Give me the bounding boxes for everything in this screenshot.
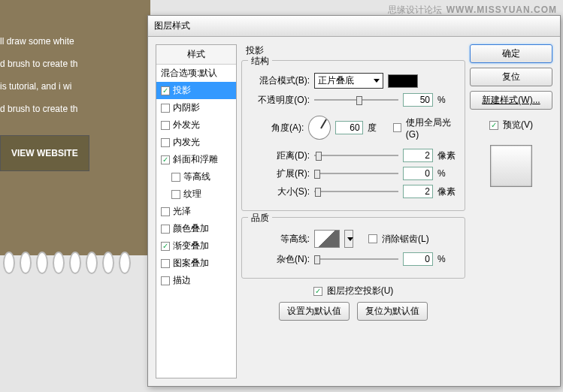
sidebar-item-label: 图案叠加	[173, 257, 209, 270]
set-default-button[interactable]: 设置为默认值	[279, 302, 350, 321]
contour-picker[interactable]	[314, 230, 340, 248]
noise-input[interactable]: 0	[403, 252, 433, 266]
structure-legend: 结构	[248, 55, 272, 68]
spread-input[interactable]: 0	[403, 167, 433, 180]
antialias-checkbox[interactable]	[368, 234, 377, 243]
style-checkbox[interactable]	[171, 190, 180, 199]
preview-checkbox[interactable]	[489, 121, 498, 130]
noise-label: 杂色(N):	[248, 253, 310, 266]
bg-line: is tutorial, and i wi	[0, 75, 150, 98]
chevron-down-icon	[347, 237, 353, 241]
sidebar-item-label: 内发光	[173, 136, 200, 149]
style-checkbox[interactable]	[161, 259, 170, 268]
sidebar-header: 样式	[156, 45, 236, 65]
size-input[interactable]: 2	[403, 185, 433, 198]
style-checkbox[interactable]	[171, 173, 180, 182]
antialias-label: 消除锯齿(L)	[382, 233, 429, 246]
knockout-checkbox[interactable]	[313, 287, 322, 296]
spread-slider[interactable]	[314, 168, 398, 179]
bg-line: d brush to create th	[0, 98, 150, 120]
size-slider[interactable]	[314, 186, 398, 197]
sidebar-item-label: 外发光	[173, 119, 200, 131]
quality-legend: 品质	[248, 212, 272, 225]
contour-dropdown[interactable]	[344, 230, 353, 248]
dialog-title: 图层样式	[154, 20, 190, 32]
distance-slider[interactable]	[314, 150, 398, 161]
sidebar-item[interactable]: 渐变叠加	[156, 237, 236, 255]
sidebar-item[interactable]: 外发光	[156, 116, 236, 134]
view-website-button[interactable]: VIEW WEBSITE	[0, 135, 89, 171]
preview-swatch	[490, 145, 532, 187]
style-checkbox[interactable]	[161, 104, 170, 113]
style-checkbox[interactable]	[161, 225, 170, 234]
quality-group: 品质 等高线: 消除锯齿(L) 杂色(N): 0 %	[241, 217, 465, 279]
sidebar-item-label: 混合选项:默认	[161, 67, 217, 80]
sidebar-item[interactable]: 斜面和浮雕	[156, 151, 236, 168]
size-unit: 像素	[437, 185, 459, 198]
bg-line: ll draw some white	[0, 30, 150, 53]
style-checkbox[interactable]	[161, 276, 170, 285]
sidebar-item-label: 斜面和浮雕	[173, 153, 218, 166]
titlebar[interactable]: 图层样式	[148, 16, 560, 37]
panel-title: 投影	[241, 44, 465, 60]
sidebar-item[interactable]: 描边	[156, 272, 236, 289]
angle-label: 角度(A):	[248, 122, 304, 134]
cancel-button[interactable]: 复位	[470, 68, 552, 86]
distance-input[interactable]: 2	[403, 149, 433, 162]
sidebar-item-label: 光泽	[173, 205, 191, 218]
new-style-button[interactable]: 新建样式(W)...	[470, 91, 552, 110]
layer-style-dialog: 图层样式 样式 混合选项:默认投影内阴影外发光内发光斜面和浮雕等高线纹理光泽颜色…	[147, 15, 561, 387]
sidebar-item-label: 颜色叠加	[173, 222, 209, 235]
opacity-slider[interactable]	[314, 95, 398, 105]
style-checkbox[interactable]	[161, 242, 170, 251]
sidebar-item-label: 描边	[173, 274, 191, 287]
sidebar-item[interactable]: 纹理	[156, 185, 236, 203]
style-checkbox[interactable]	[161, 121, 170, 130]
size-label: 大小(S):	[248, 185, 310, 198]
style-checkbox[interactable]	[161, 86, 170, 95]
global-light-checkbox[interactable]	[393, 123, 401, 132]
watermark: 思缘设计论坛 WWW.MISSYUAN.COM	[388, 4, 557, 17]
sidebar-item-label: 渐变叠加	[173, 240, 209, 252]
sidebar-item[interactable]: 图案叠加	[156, 255, 236, 272]
distance-unit: 像素	[437, 149, 459, 162]
contour-label: 等高线:	[248, 233, 310, 246]
sidebar-item[interactable]: 内发光	[156, 134, 236, 151]
opacity-input[interactable]: 50	[403, 93, 433, 107]
sidebar-item[interactable]: 等高线	[156, 168, 236, 185]
ok-button[interactable]: 确定	[470, 44, 552, 63]
sidebar-item-label: 内阴影	[173, 101, 200, 114]
knockout-label: 图层挖空投影(U)	[327, 285, 394, 297]
angle-input[interactable]: 60	[335, 121, 363, 134]
noise-slider[interactable]	[314, 254, 398, 264]
global-light-label: 使用全局光(G)	[406, 116, 459, 140]
sidebar-item[interactable]: 混合选项:默认	[156, 65, 236, 82]
sidebar-item-label: 纹理	[183, 188, 201, 201]
style-checkbox[interactable]	[161, 155, 170, 164]
chevron-down-icon	[374, 79, 380, 83]
angle-unit: 度	[368, 122, 389, 134]
preview-label: 预览(V)	[503, 119, 533, 131]
blend-mode-select[interactable]: 正片叠底	[314, 73, 383, 89]
spread-unit: %	[437, 168, 459, 179]
bg-line: d brush to create th	[0, 53, 150, 75]
sidebar-item[interactable]: 颜色叠加	[156, 220, 236, 237]
distance-label: 距离(D):	[248, 149, 310, 162]
color-swatch[interactable]	[388, 74, 418, 88]
sidebar-item[interactable]: 投影	[156, 82, 236, 99]
blend-mode-label: 混合模式(B):	[248, 74, 310, 87]
reset-default-button[interactable]: 复位为默认值	[357, 302, 428, 321]
sidebar-item[interactable]: 内阴影	[156, 99, 236, 116]
opacity-unit: %	[437, 95, 459, 105]
sidebar-item-label: 投影	[173, 84, 191, 97]
style-checkbox[interactable]	[161, 138, 170, 147]
spread-label: 扩展(R):	[248, 167, 310, 180]
structure-group: 结构 混合模式(B): 正片叠底 不透明度(O): 50 % 角度(A): 60	[241, 60, 465, 211]
noise-unit: %	[437, 254, 459, 264]
sidebar-item[interactable]: 光泽	[156, 203, 236, 220]
angle-dial[interactable]	[308, 116, 330, 140]
opacity-label: 不透明度(O):	[248, 94, 310, 107]
style-checkbox[interactable]	[161, 207, 170, 216]
sidebar-item-label: 等高线	[183, 170, 210, 183]
style-sidebar: 样式 混合选项:默认投影内阴影外发光内发光斜面和浮雕等高线纹理光泽颜色叠加渐变叠…	[156, 44, 237, 378]
